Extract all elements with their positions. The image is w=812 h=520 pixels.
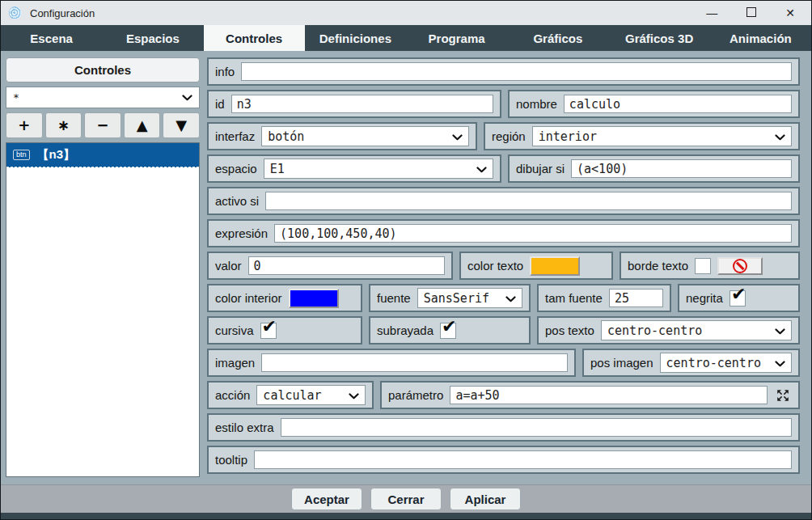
accion-select[interactable]: calcular	[256, 385, 366, 405]
controls-panel-header: Controles	[6, 57, 200, 82]
expresion-label: expresión	[215, 226, 268, 240]
imagen-input[interactable]	[261, 353, 568, 372]
color-interior-block: color interior	[207, 284, 362, 312]
info-label: info	[215, 65, 235, 78]
negrita-label: negrita	[686, 291, 723, 305]
fuente-label: fuente	[377, 291, 411, 305]
chevron-down-icon	[349, 388, 359, 403]
info-input[interactable]	[241, 62, 792, 81]
tooltip-block: tooltip	[207, 446, 800, 474]
pos-texto-select[interactable]: centro-centro	[601, 320, 792, 340]
window-title: Configuración	[30, 7, 95, 19]
fuente-select[interactable]: SansSerif	[417, 288, 522, 308]
subrayada-block: subrayada ✔	[369, 316, 531, 345]
no-border-color-button[interactable]	[717, 257, 763, 275]
fuente-value: SansSerif	[424, 291, 489, 306]
dibujar-si-input[interactable]	[571, 159, 792, 178]
expresion-row: expresión	[207, 219, 800, 247]
chevron-down-icon	[775, 129, 785, 144]
tab-programa[interactable]: Programa	[406, 25, 507, 51]
apply-button[interactable]: Aplicar	[450, 488, 521, 510]
interfaz-label: interfaz	[215, 129, 255, 143]
subrayada-checkbox[interactable]: ✔	[440, 323, 456, 339]
dibujar-si-label: dibujar si	[516, 162, 565, 175]
close-dialog-button[interactable]: Cerrar	[370, 488, 442, 510]
imagen-label: imagen	[215, 356, 255, 370]
expresion-input[interactable]	[274, 224, 792, 243]
color-interior-swatch[interactable]	[289, 289, 339, 308]
tab-definiciones[interactable]: Definiciones	[305, 25, 406, 51]
espacio-select[interactable]: E1	[264, 159, 493, 179]
tam-fuente-input[interactable]	[609, 289, 663, 307]
accion-parametro-row: acción calcular parámetro	[207, 381, 800, 409]
region-label: región	[492, 129, 526, 143]
checkmark: ✔	[731, 284, 746, 304]
close-button[interactable]: ✕	[785, 7, 795, 19]
chevron-down-icon	[452, 129, 463, 144]
accept-button[interactable]: Aceptar	[291, 488, 362, 510]
info-row: info	[207, 57, 800, 86]
borde-texto-block: borde texto	[620, 252, 800, 280]
negrita-block: negrita ✔	[678, 284, 800, 312]
cursiva-checkbox[interactable]: ✔	[260, 323, 277, 339]
activo-si-row: activo si	[207, 187, 800, 215]
nombre-block: nombre	[508, 90, 800, 118]
fuente-block: fuente SansSerif	[369, 284, 531, 312]
move-up-button[interactable]: ▲	[124, 112, 161, 138]
duplicate-control-button[interactable]: ∗	[45, 112, 82, 138]
borde-texto-label: borde texto	[628, 259, 688, 273]
parametro-input[interactable]	[450, 386, 768, 404]
interfaz-select[interactable]: botón	[261, 126, 469, 146]
pos-imagen-select[interactable]: centro-centro	[660, 353, 792, 373]
region-value: interior	[539, 129, 597, 144]
tab-graficos-3d[interactable]: Gráficos 3D	[609, 25, 710, 51]
add-control-button[interactable]: +	[6, 112, 43, 138]
btn-type-badge: btn	[13, 150, 30, 161]
espacio-block: espacio E1	[207, 154, 501, 183]
color-texto-block: color texto	[459, 252, 613, 280]
footer-bar: Aceptar Cerrar Aplicar	[1, 484, 811, 513]
expand-icon[interactable]	[774, 387, 792, 404]
checkmark: ✔	[262, 316, 277, 336]
color-texto-swatch[interactable]	[530, 256, 580, 276]
tab-escena[interactable]: Escena	[1, 25, 102, 51]
tab-graficos[interactable]: Gráficos	[507, 25, 608, 51]
tab-controles[interactable]: Controles	[204, 25, 305, 51]
region-select[interactable]: interior	[532, 126, 792, 146]
tab-espacios[interactable]: Espacios	[102, 25, 203, 51]
minimize-button[interactable]: —	[706, 7, 717, 19]
id-label: id	[215, 97, 225, 111]
tooltip-input[interactable]	[254, 450, 792, 469]
espacio-label: espacio	[215, 162, 257, 175]
list-item-n3[interactable]: btn 【n3】	[6, 143, 199, 167]
chevron-down-icon	[775, 323, 785, 338]
valor-colortexto-bordetexto-row: valor color texto borde texto	[207, 252, 800, 280]
pos-imagen-block: pos imagen centro-centro	[582, 349, 800, 377]
accion-block: acción calcular	[207, 381, 374, 409]
estilo-extra-block: estilo extra	[207, 413, 800, 442]
negrita-checkbox[interactable]: ✔	[730, 290, 746, 307]
estilo-extra-label: estilo extra	[215, 421, 274, 434]
color-texto-label: color texto	[467, 259, 523, 273]
nombre-label: nombre	[516, 97, 557, 111]
info-block: info	[207, 57, 800, 86]
controls-sidebar: Controles * + ∗ − ▲ ▼ btn 【n3】	[6, 57, 200, 477]
id-input[interactable]	[231, 95, 493, 113]
nombre-input[interactable]	[564, 95, 792, 113]
cursiva-subrayada-postexto-row: cursiva ✔ subrayada ✔ pos texto centro-c…	[207, 316, 800, 345]
tab-animacion[interactable]: Animación	[710, 25, 811, 51]
move-down-button[interactable]: ▼	[163, 112, 200, 138]
maximize-button[interactable]	[746, 7, 756, 19]
tab-bar: Escena Espacios Controles Definiciones P…	[1, 25, 811, 51]
controls-filter-select[interactable]: *	[6, 87, 200, 108]
chevron-down-icon	[505, 291, 516, 306]
main-content: Controles * + ∗ − ▲ ▼ btn 【n3】	[1, 51, 811, 484]
chevron-down-icon	[476, 162, 487, 176]
borde-texto-checkbox[interactable]	[695, 258, 711, 274]
controls-list[interactable]: btn 【n3】	[6, 142, 200, 477]
checkmark: ✔	[442, 316, 456, 336]
valor-input[interactable]	[248, 256, 445, 275]
estilo-extra-input[interactable]	[281, 418, 792, 437]
activo-si-input[interactable]	[265, 192, 792, 210]
remove-control-button[interactable]: −	[84, 112, 121, 138]
